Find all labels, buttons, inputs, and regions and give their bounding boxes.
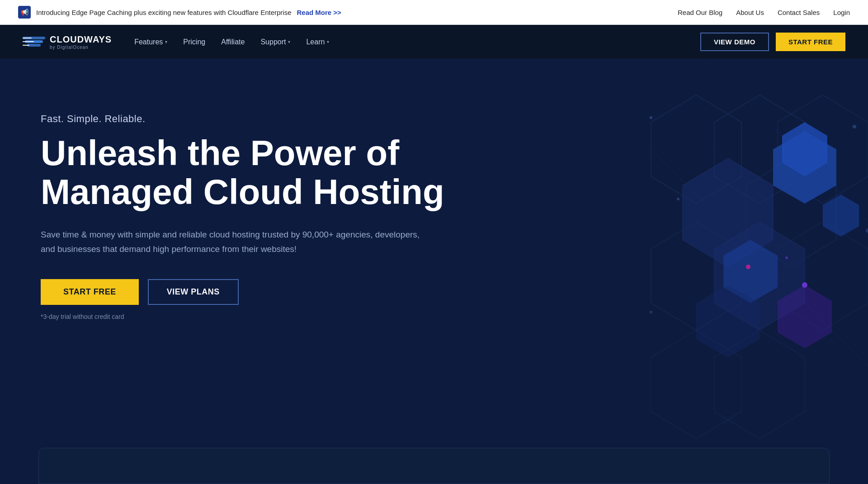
announcement-icon: 📢 <box>18 6 31 19</box>
hero-title: Unleash the Power of Managed Cloud Hosti… <box>41 134 448 212</box>
view-demo-button[interactable]: VIEW DEMO <box>700 33 769 51</box>
svg-point-26 <box>746 265 750 269</box>
svg-line-30 <box>773 330 868 425</box>
announcement-links: Read Our Blog About Us Contact Sales Log… <box>678 9 850 16</box>
svg-rect-5 <box>23 45 29 46</box>
logo-icon <box>23 33 45 51</box>
nav-features[interactable]: Features ▾ <box>134 38 167 46</box>
start-free-nav-button[interactable]: START FREE <box>776 33 845 51</box>
hero-background-graphic <box>434 59 868 484</box>
read-our-blog-link[interactable]: Read Our Blog <box>678 9 722 16</box>
start-free-hero-button[interactable]: START FREE <box>41 279 139 305</box>
hero-description: Save time & money with simple and reliab… <box>41 228 425 257</box>
svg-point-23 <box>785 256 788 259</box>
logo[interactable]: CLOUDWAYS by DigitalOcean <box>23 33 112 51</box>
announcement-text: Introducing Edge Page Caching plus excit… <box>36 9 292 16</box>
svg-point-21 <box>853 125 856 128</box>
svg-point-19 <box>802 282 807 288</box>
navbar-right: VIEW DEMO START FREE <box>700 33 845 51</box>
learn-chevron-icon: ▾ <box>327 39 329 44</box>
hero-section: Fast. Simple. Reliable. Unleash the Powe… <box>0 59 868 484</box>
navbar: CLOUDWAYS by DigitalOcean Features ▾ Pri… <box>0 25 868 59</box>
nav-links: Features ▾ Pricing Affiliate Support ▾ L… <box>134 38 329 46</box>
nav-affiliate[interactable]: Affiliate <box>221 38 245 46</box>
nav-support[interactable]: Support ▾ <box>260 38 290 46</box>
bottom-card-hint <box>38 448 830 484</box>
view-plans-button[interactable]: VIEW PLANS <box>148 279 239 305</box>
svg-point-24 <box>866 228 868 233</box>
svg-rect-4 <box>23 41 34 42</box>
hero-tagline: Fast. Simple. Reliable. <box>41 113 448 125</box>
read-more-link[interactable]: Read More >> <box>297 9 341 16</box>
svg-marker-32 <box>823 195 859 237</box>
hero-content: Fast. Simple. Reliable. Unleash the Powe… <box>41 113 448 320</box>
announcement-bar: 📢 Introducing Edge Page Caching plus exc… <box>0 0 868 25</box>
logo-text: CLOUDWAYS by DigitalOcean <box>50 34 112 50</box>
support-chevron-icon: ▾ <box>288 39 290 44</box>
svg-point-25 <box>650 311 652 313</box>
logo-main-text: CLOUDWAYS <box>50 34 112 45</box>
login-link[interactable]: Login <box>833 9 850 16</box>
nav-pricing[interactable]: Pricing <box>183 38 205 46</box>
svg-rect-3 <box>23 38 32 38</box>
hero-trial-text: *3-day trial without credit card <box>41 313 448 320</box>
nav-learn[interactable]: Learn ▾ <box>306 38 329 46</box>
about-us-link[interactable]: About Us <box>736 9 764 16</box>
contact-sales-link[interactable]: Contact Sales <box>778 9 820 16</box>
announcement-left: 📢 Introducing Edge Page Caching plus exc… <box>18 6 341 19</box>
logo-sub-text: by DigitalOcean <box>50 45 112 50</box>
svg-point-22 <box>677 198 679 200</box>
navbar-left: CLOUDWAYS by DigitalOcean Features ▾ Pri… <box>23 33 329 51</box>
svg-point-20 <box>650 116 652 119</box>
features-chevron-icon: ▾ <box>165 39 167 44</box>
hero-buttons: START FREE VIEW PLANS <box>41 279 448 305</box>
